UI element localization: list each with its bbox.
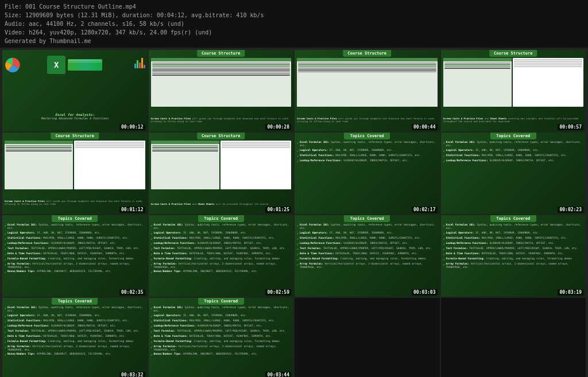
banner-14: Topics Covered bbox=[198, 298, 244, 305]
audio-info: Audio: aac, 44100 Hz, 2 channels, s16, 5… bbox=[5, 20, 583, 28]
thumbnails-grid: X Excel for Analysts: Mastering Advanced… bbox=[0, 48, 588, 377]
thumbnail-5[interactable]: Course Structure bbox=[2, 133, 148, 214]
timestamp-12: 00:03:19 bbox=[558, 289, 583, 296]
thumbnail-6[interactable]: Course Structure bbox=[149, 133, 294, 214]
timestamp-6: 00:01:25 bbox=[265, 207, 291, 213]
generated-info: Generated by Thumbnail.me bbox=[5, 37, 583, 45]
timestamp-4: 00:00:57 bbox=[558, 124, 583, 130]
timestamp-11: 00:03:03 bbox=[412, 289, 438, 296]
timestamp-7: 00:02:17 bbox=[412, 207, 438, 213]
thumbnail-1[interactable]: X Excel for Analysts: Mastering Advanced… bbox=[2, 50, 148, 131]
info-bar: File: 001 Course Structure Outline.mp4 S… bbox=[0, 0, 588, 48]
thumbnail-12[interactable]: Topics Covered ✓ Excel Formulas 101: Syn… bbox=[441, 215, 586, 297]
banner-4: Course Structure bbox=[489, 50, 537, 57]
thumbnail-10[interactable]: Topics Covered ✓ Excel Formulas 101: Syn… bbox=[149, 215, 294, 297]
timestamp-3: 00:00:44 bbox=[412, 124, 438, 130]
banner-12: Topics Covered bbox=[490, 215, 536, 222]
banner-2: Course Structure bbox=[197, 50, 245, 57]
thumbnail-13[interactable]: Topics Covered ✓ Excel Formulas 101: Syn… bbox=[2, 298, 148, 377]
thumbnail-7[interactable]: Topics Covered ✓ Excel Formulas 101: Syn… bbox=[295, 133, 440, 214]
thumbnail-8[interactable]: Topics Covered ✓ Excel Formulas 101: Syn… bbox=[441, 133, 586, 214]
timestamp-13: 00:03:32 bbox=[119, 372, 145, 377]
banner-11: Topics Covered bbox=[344, 215, 390, 222]
banner-6: Course Structure bbox=[197, 133, 245, 139]
timestamp-1: 00:00:12 bbox=[119, 124, 145, 130]
banner-10: Topics Covered bbox=[198, 215, 244, 222]
timestamp-5: 00:01:12 bbox=[119, 207, 145, 213]
banner-5: Course Structure bbox=[51, 133, 99, 139]
video-info: Video: h264, yuv420p, 1280x720, 347 kb/s… bbox=[5, 28, 583, 37]
timestamp-2: 00:00:28 bbox=[265, 124, 291, 130]
banner-9: Topics Covered bbox=[52, 215, 98, 222]
timestamp-8: 00:02:23 bbox=[558, 207, 583, 213]
thumbnail-14[interactable]: Topics Covered ✓ Excel Formulas 101: Syn… bbox=[149, 298, 294, 377]
size-info: Size: 12909609 bytes (12.31 MiB), durati… bbox=[5, 11, 583, 20]
banner-8: Topics Covered bbox=[490, 133, 536, 139]
thumbnail-2[interactable]: Course Structure bbox=[149, 50, 294, 131]
thumbnail-4[interactable]: Course Structure bbox=[441, 50, 586, 131]
thumbnail-11[interactable]: Topics Covered ✓ Excel Formulas 101: Syn… bbox=[295, 215, 440, 297]
timestamp-10: 00:02:59 bbox=[265, 289, 291, 296]
banner-3: Course Structure bbox=[343, 50, 391, 57]
thumbnail-empty-1 bbox=[295, 298, 440, 377]
timestamp-9: 00:02:35 bbox=[119, 289, 145, 296]
thumbnail-empty-2 bbox=[441, 298, 586, 377]
thumbnail-3[interactable]: Course Structure Screen Casts & Practice… bbox=[295, 50, 440, 131]
thumbnail-9[interactable]: Topics Covered ✓ Excel Formulas 101: Syn… bbox=[2, 215, 148, 297]
timestamp-14: 00:03:44 bbox=[265, 372, 291, 377]
file-info: File: 001 Course Structure Outline.mp4 bbox=[5, 2, 583, 11]
banner-7: Topics Covered bbox=[344, 133, 390, 139]
banner-13: Topics Covered bbox=[52, 298, 98, 305]
